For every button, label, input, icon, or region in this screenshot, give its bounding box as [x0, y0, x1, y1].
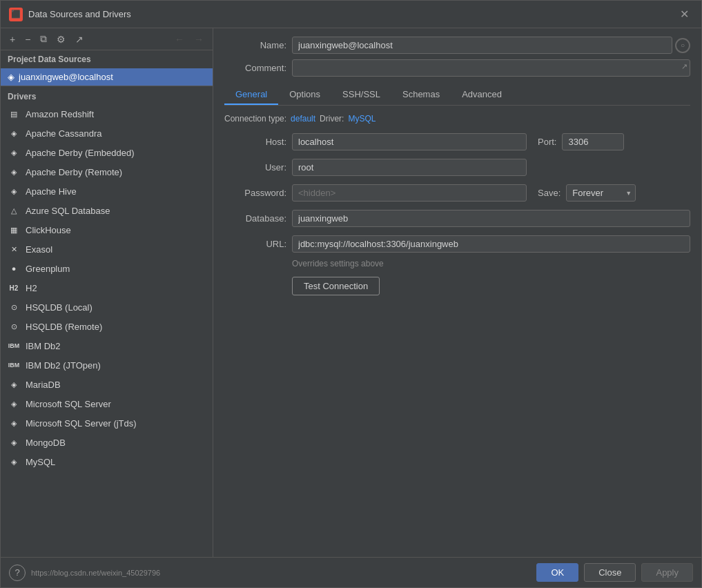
- mongodb-icon: ◈: [8, 436, 20, 449]
- comment-row: Comment: ↗: [224, 59, 690, 77]
- connection-type-link[interactable]: default: [291, 114, 315, 124]
- driver-name: Azure SQL Database: [26, 206, 110, 216]
- bottom-bar: ? https://blog.csdn.net/weixin_45029796 …: [1, 557, 701, 587]
- driver-h2[interactable]: H2 H2: [1, 278, 213, 297]
- driver-exasol[interactable]: ✕ Exasol: [1, 239, 213, 259]
- port-label: Port:: [538, 137, 556, 147]
- save-label: Save:: [538, 188, 560, 198]
- driver-name: Apache Derby (Embedded): [26, 148, 135, 158]
- driver-mssql[interactable]: ◈ Microsoft SQL Server: [1, 394, 213, 413]
- tab-options[interactable]: Options: [278, 85, 331, 105]
- apply-button[interactable]: Apply: [641, 563, 693, 582]
- export-button[interactable]: ↗: [72, 32, 87, 47]
- ibm-db2-icon: IBM: [8, 340, 20, 352]
- driver-greenplum[interactable]: ● Greenplum: [1, 259, 213, 278]
- mysql-icon: ◈: [8, 455, 20, 468]
- driver-name: Apache Hive: [26, 186, 77, 197]
- datasource-name: juanxingweb@localhost: [19, 72, 113, 82]
- hsqldb-local-icon: ⊙: [8, 301, 20, 313]
- mssql-icon: ◈: [8, 398, 20, 410]
- user-label: User:: [224, 162, 286, 173]
- tab-advanced[interactable]: Advanced: [451, 85, 513, 105]
- add-button[interactable]: +: [6, 32, 19, 47]
- exasol-icon: ✕: [8, 243, 20, 255]
- user-input[interactable]: [292, 159, 527, 176]
- back-button[interactable]: ←: [171, 32, 188, 47]
- expand-icon: ↗: [681, 62, 688, 71]
- driver-name: HSQLDB (Local): [26, 302, 92, 313]
- hsqldb-remote-icon: ⊙: [8, 320, 20, 333]
- amazon-redshift-icon: ▤: [8, 108, 20, 120]
- driver-name: MariaDB: [26, 380, 61, 390]
- driver-mongodb[interactable]: ◈ MongoDB: [1, 433, 213, 452]
- password-input[interactable]: [292, 184, 527, 202]
- driver-ibm-db2[interactable]: IBM IBM Db2: [1, 336, 213, 355]
- h2-icon: H2: [8, 282, 20, 294]
- driver-apache-hive[interactable]: ◈ Apache Hive: [1, 182, 213, 201]
- driver-hsqldb-local[interactable]: ⊙ HSQLDB (Local): [1, 297, 213, 317]
- driver-link[interactable]: MySQL: [348, 114, 376, 124]
- name-input[interactable]: [292, 37, 672, 54]
- url-row: URL: Overrides settings above: [224, 235, 690, 268]
- clickhouse-icon: ▦: [8, 224, 20, 236]
- driver-apache-cassandra[interactable]: ◈ Apache Cassandra: [1, 124, 213, 143]
- cancel-button[interactable]: Close: [584, 563, 636, 582]
- ok-button[interactable]: OK: [536, 563, 578, 582]
- driver-apache-derby-remote[interactable]: ◈ Apache Derby (Remote): [1, 162, 213, 182]
- greenplum-icon: ●: [8, 262, 20, 275]
- dialog-title: Data Sources and Drivers: [28, 9, 131, 19]
- copy-button[interactable]: ⧉: [37, 31, 50, 47]
- tab-general[interactable]: General: [224, 85, 278, 105]
- port-input[interactable]: [562, 133, 624, 150]
- comment-input[interactable]: [292, 59, 690, 77]
- tab-schemas[interactable]: Schemas: [391, 85, 451, 105]
- status-icon: ○: [675, 38, 690, 53]
- remove-button[interactable]: −: [21, 32, 34, 47]
- driver-name: IBM Db2 (JTOpen): [26, 360, 101, 371]
- bottom-url: https://blog.csdn.net/weixin_45029796: [31, 569, 160, 577]
- driver-name: Microsoft SQL Server: [26, 399, 111, 409]
- driver-clickhouse[interactable]: ▦ ClickHouse: [1, 220, 213, 239]
- database-label: Database:: [224, 213, 286, 224]
- url-label: URL:: [224, 239, 286, 249]
- tab-ssh-ssl[interactable]: SSH/SSL: [331, 85, 391, 105]
- forward-button[interactable]: →: [191, 32, 207, 47]
- save-select[interactable]: Forever Until restart Never: [566, 184, 636, 202]
- driver-hsqldb-remote[interactable]: ⊙ HSQLDB (Remote): [1, 317, 213, 336]
- database-input[interactable]: [292, 210, 690, 227]
- apache-cassandra-icon: ◈: [8, 127, 20, 139]
- url-input[interactable]: [292, 235, 690, 253]
- selected-datasource[interactable]: ◈ juanxingweb@localhost: [1, 68, 213, 86]
- test-connection-button[interactable]: Test Connection: [292, 277, 380, 295]
- apache-derby-emb-icon: ◈: [8, 146, 20, 159]
- left-toolbar: + − ⧉ ⚙ ↗ ← →: [1, 28, 213, 50]
- driver-mariadb[interactable]: ◈ MariaDB: [1, 375, 213, 394]
- host-input[interactable]: [292, 133, 527, 150]
- close-button[interactable]: ✕: [676, 6, 693, 22]
- driver-azure-sql[interactable]: △ Azure SQL Database: [1, 201, 213, 220]
- dialog: ⬛ Data Sources and Drivers ✕ + − ⧉ ⚙ ↗ ←…: [0, 0, 702, 588]
- driver-name: MySQL: [26, 457, 55, 467]
- driver-mysql[interactable]: ◈ MySQL: [1, 452, 213, 471]
- driver-name: ClickHouse: [26, 225, 71, 235]
- driver-ibm-db2-jtopen[interactable]: IBM IBM Db2 (JTOpen): [1, 355, 213, 375]
- apache-derby-rem-icon: ◈: [8, 166, 20, 178]
- azure-sql-icon: △: [8, 204, 20, 217]
- password-label: Password:: [224, 188, 286, 198]
- driver-mssql-jtds[interactable]: ◈ Microsoft SQL Server (jTds): [1, 413, 213, 433]
- driver-amazon-redshift[interactable]: ▤ Amazon Redshift: [1, 104, 213, 124]
- left-panel: + − ⧉ ⚙ ↗ ← → Project Data Sources ◈ jua…: [1, 28, 213, 557]
- driver-list: ▤ Amazon Redshift ◈ Apache Cassandra ◈ A…: [1, 104, 213, 557]
- name-label: Name:: [224, 40, 286, 50]
- driver-name: IBM Db2: [26, 341, 61, 351]
- settings-button[interactable]: ⚙: [53, 32, 69, 47]
- driver-apache-derby-embedded[interactable]: ◈ Apache Derby (Embedded): [1, 143, 213, 162]
- mariadb-icon: ◈: [8, 378, 20, 391]
- bottom-actions: OK Close Apply: [536, 563, 693, 582]
- host-row: Host: Port:: [224, 133, 690, 150]
- app-icon: ⬛: [9, 8, 23, 21]
- overrides-text: Overrides settings above: [292, 259, 384, 268]
- driver-name: MongoDB: [26, 438, 66, 448]
- help-button[interactable]: ?: [9, 565, 26, 581]
- ibm-db2-jtopen-icon: IBM: [8, 359, 20, 371]
